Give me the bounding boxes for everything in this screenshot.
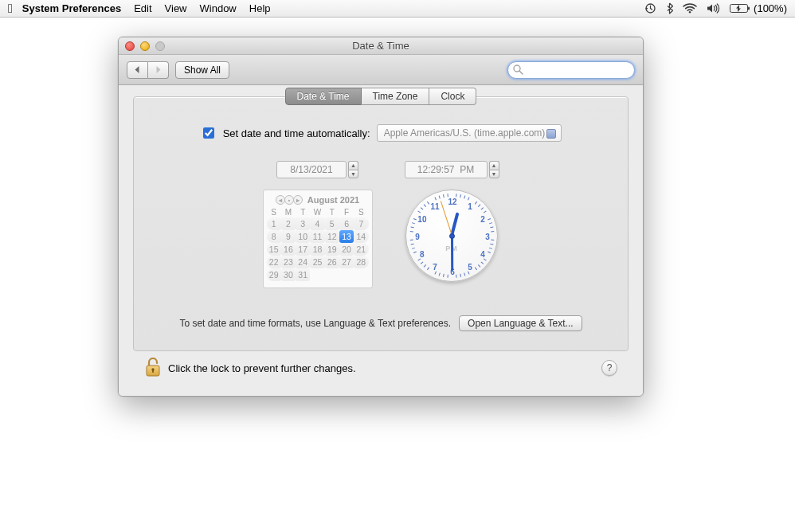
menu-window[interactable]: Window xyxy=(200,2,237,14)
time-server-value: Apple Americas/U.S. (time.apple.com) xyxy=(384,127,546,139)
calendar-day: 14 xyxy=(354,230,368,243)
clock-numeral: 4 xyxy=(480,250,485,259)
calendar-day xyxy=(325,268,339,281)
calendar-day: 4 xyxy=(310,217,324,230)
show-all-button[interactable]: Show All xyxy=(175,61,229,79)
forward-button xyxy=(148,61,169,79)
battery-status[interactable]: (100%) xyxy=(730,2,787,14)
calendar-day: 25 xyxy=(310,256,324,268)
volume-icon[interactable] xyxy=(707,3,720,14)
calendar-dow: W xyxy=(310,207,324,217)
date-stepper: ▲▼ xyxy=(348,161,358,178)
calendar-today-icon: • xyxy=(284,195,294,205)
calendar-day: 30 xyxy=(281,268,296,281)
calendar-dow: T xyxy=(296,207,310,217)
calendar-day: 5 xyxy=(325,217,339,230)
clock-numeral: 5 xyxy=(468,263,472,272)
calendar-prev-icon: ◂ xyxy=(276,195,285,205)
clock-numeral: 9 xyxy=(415,233,420,241)
calendar-day: 17 xyxy=(296,243,310,256)
window-title: Date & Time xyxy=(119,40,643,52)
calendar-day: 27 xyxy=(339,256,354,268)
tab-clock[interactable]: Clock xyxy=(429,88,476,105)
calendar: ◂ • ▸ August 2021 SMTWTFS 12345678910111… xyxy=(263,190,373,288)
calendar-day: 22 xyxy=(267,256,281,268)
calendar-next-icon: ▸ xyxy=(293,195,303,205)
calendar-day: 18 xyxy=(310,243,324,256)
zoom-window-button xyxy=(155,41,165,51)
calendar-day: 2 xyxy=(281,217,296,230)
calendar-day: 10 xyxy=(296,230,310,243)
clock-hand-m xyxy=(451,236,453,271)
clock-numeral: 1 xyxy=(468,201,472,210)
lock-icon[interactable] xyxy=(144,358,162,378)
auto-date-checkbox[interactable] xyxy=(203,127,214,139)
menu-view[interactable]: View xyxy=(165,2,187,14)
calendar-day: 9 xyxy=(281,230,296,243)
calendar-day: 16 xyxy=(281,243,296,256)
format-hint-text: To set date and time formats, use Langua… xyxy=(179,318,451,329)
prefs-window: Date & Time Show All Date & Time Time Zo… xyxy=(118,37,644,397)
menu-help[interactable]: Help xyxy=(249,2,271,14)
time-server-select[interactable]: Apple Americas/U.S. (time.apple.com) xyxy=(377,124,562,142)
calendar-day: 23 xyxy=(281,256,296,268)
apple-menu-icon[interactable]:  xyxy=(8,2,13,16)
app-menu[interactable]: System Preferences xyxy=(22,2,121,14)
calendar-day: 29 xyxy=(267,268,281,281)
close-window-button[interactable] xyxy=(125,41,135,51)
help-button[interactable]: ? xyxy=(601,360,617,376)
calendar-day: 20 xyxy=(339,243,354,256)
minimize-window-button[interactable] xyxy=(140,41,150,51)
calendar-grid: SMTWTFS 12345678910111213141516171819202… xyxy=(267,207,369,281)
calendar-day: 15 xyxy=(267,243,281,256)
search-input[interactable] xyxy=(507,61,635,79)
calendar-day: 8 xyxy=(267,230,281,243)
calendar-day: 1 xyxy=(267,217,281,230)
calendar-dow: S xyxy=(267,207,281,217)
clock-numeral: 2 xyxy=(480,215,485,224)
svg-rect-3 xyxy=(748,7,750,10)
calendar-day: 12 xyxy=(325,230,339,243)
footer: Click the lock to prevent further change… xyxy=(133,351,629,389)
open-language-text-button[interactable]: Open Language & Text... xyxy=(459,315,582,331)
svg-rect-8 xyxy=(152,370,154,373)
time-machine-icon[interactable] xyxy=(644,2,656,14)
battery-percent: (100%) xyxy=(754,2,787,14)
search-field-wrap xyxy=(507,61,635,79)
tabs: Date & Time Time Zone Clock xyxy=(134,88,628,105)
clock-numeral: 3 xyxy=(485,233,490,241)
calendar-day: 6 xyxy=(339,217,354,230)
time-field xyxy=(405,161,488,178)
calendar-day: 24 xyxy=(296,256,310,268)
toolbar: Show All xyxy=(119,55,643,85)
svg-line-5 xyxy=(519,71,523,74)
tab-time-zone[interactable]: Time Zone xyxy=(362,88,430,105)
calendar-dow: F xyxy=(339,207,354,217)
tab-date-time[interactable]: Date & Time xyxy=(285,88,362,105)
calendar-day: 28 xyxy=(354,256,368,268)
calendar-day: 11 xyxy=(310,230,324,243)
analog-clock: PM 123456789101112 xyxy=(405,190,498,282)
back-button[interactable] xyxy=(127,61,148,79)
clock-hand-s xyxy=(440,201,452,236)
calendar-day: 13 xyxy=(339,230,354,243)
wifi-icon[interactable] xyxy=(683,3,697,14)
clock-numeral: 11 xyxy=(430,201,439,210)
calendar-day xyxy=(354,268,368,281)
titlebar[interactable]: Date & Time xyxy=(119,37,643,55)
calendar-day xyxy=(310,268,324,281)
main-panel: Date & Time Time Zone Clock Set date and… xyxy=(133,96,629,351)
bluetooth-icon[interactable] xyxy=(666,2,673,14)
date-column: ▲▼ ◂ • ▸ August 2021 xyxy=(263,161,373,288)
calendar-dow: T xyxy=(325,207,339,217)
time-column: ▲▼ PM 123456789101112 xyxy=(405,161,499,282)
date-field xyxy=(276,161,347,178)
calendar-nav: ◂ • ▸ xyxy=(276,195,303,205)
calendar-day xyxy=(339,268,354,281)
calendar-day: 7 xyxy=(354,217,368,230)
search-icon xyxy=(513,65,523,77)
menu-edit[interactable]: Edit xyxy=(134,2,151,14)
calendar-day: 26 xyxy=(325,256,339,268)
calendar-day: 3 xyxy=(296,217,310,230)
calendar-dow: S xyxy=(354,207,368,217)
